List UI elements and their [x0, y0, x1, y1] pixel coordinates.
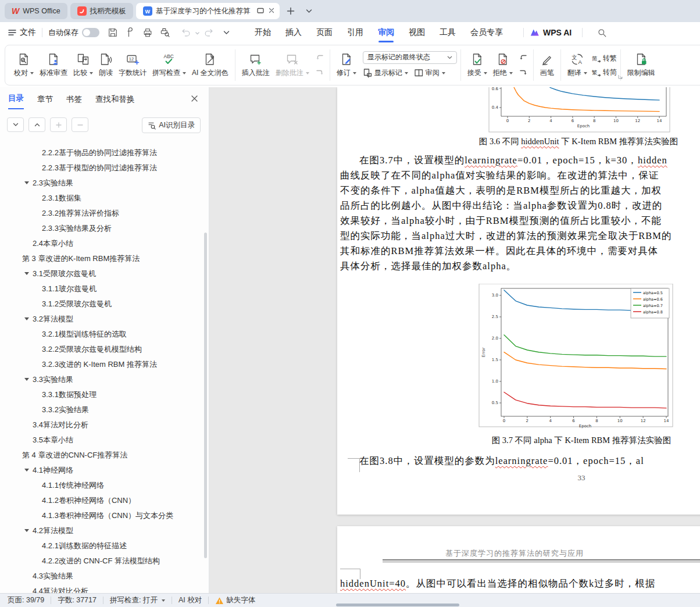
spell-check-button[interactable]: ABC 拼写检查 [149, 51, 189, 79]
toc-collapse-triangle-icon[interactable] [24, 272, 29, 275]
toc-item[interactable]: 4.2.2改进的 CNN-CF 算法模型结构 [0, 554, 203, 569]
status-missing-font[interactable]: 缺失字体 [215, 595, 255, 605]
to-traditional-button[interactable]: 简 转繁 [591, 52, 617, 64]
accept-button[interactable]: 接受 [465, 51, 490, 79]
doc-text-line[interactable]: 在图3.7中，设置模型的learningrate=0.01，epoch=15，k… [340, 153, 700, 168]
insert-comment-button[interactable]: 插入批注 [239, 51, 273, 79]
toc-item[interactable]: 2.3实验结果 [0, 176, 203, 191]
toc-expand-down-button[interactable] [7, 117, 24, 132]
ink-button[interactable]: 画笔 [537, 51, 557, 79]
toc-item[interactable]: 3.2算法模型 [0, 312, 203, 327]
autosave-toggle[interactable] [82, 28, 99, 37]
horizontal-scrollbar[interactable] [336, 604, 459, 606]
next-change-button[interactable] [517, 66, 530, 79]
track-changes-button[interactable]: 修订 [334, 51, 359, 79]
word-count-button[interactable]: 12 字数统计 [116, 51, 149, 79]
quick-toolbar-more-icon[interactable] [219, 25, 234, 40]
review-pane-button[interactable]: 审阅 [414, 67, 445, 80]
toc-item[interactable]: 3.1.2受限玻尔兹曼机 [0, 297, 203, 312]
restrict-editing-button[interactable]: 限制编辑 [624, 51, 658, 79]
body-line[interactable]: 在图3.8中，设置模型的参数为learningrate=0.01，epoch=1… [340, 454, 700, 469]
sidebar-tab-chapters[interactable]: 章节 [37, 94, 53, 109]
toc-item[interactable]: 3.3实验结果 [0, 372, 203, 387]
toc-collapse-triangle-icon[interactable] [24, 469, 29, 472]
toc-collapse-triangle-icon[interactable] [24, 317, 29, 320]
toc-collapse-triangle-icon[interactable] [24, 378, 29, 381]
sidebar-scrollbar[interactable] [204, 233, 207, 558]
toc-item[interactable]: 4.1.2卷积神经网络（CNN） [0, 493, 203, 508]
document-page-34[interactable]: 基于深度学习的推荐算法的研究与应用 hiddenUnit=40。从图中可以看出当… [337, 526, 700, 593]
doc-text-line[interactable]: 具体分析，选择最佳的加权参数alpha。 [340, 259, 700, 274]
sidebar-tab-find-replace[interactable]: 查找和替换 [95, 94, 135, 109]
figure-3-6-caption[interactable]: 图 3.6 不同 hiddenUnit 下 K-Item RBM 推荐算法实验图 [337, 136, 700, 147]
figure-3-7-caption[interactable]: 图 3.7 不同 alpha 下 K-Item RBM 推荐算法实验图 [337, 435, 700, 446]
show-markup-button[interactable]: 显示标记 [363, 67, 408, 80]
toc-item[interactable]: 2.2.3基于模型的协同过滤推荐算法 [0, 160, 203, 176]
toc-item[interactable]: 3.4算法对比分析 [0, 417, 203, 433]
toc-item[interactable]: 4.2算法模型 [0, 523, 203, 538]
status-page-indicator[interactable]: 页面: 39/79 [8, 595, 44, 605]
toc-item[interactable]: 3.1受限玻尔兹曼机 [0, 266, 203, 281]
toc-item[interactable]: 4.2.1训练数据的特征描述 [0, 538, 203, 554]
toc-item[interactable]: 4.3实验结果 [0, 569, 203, 584]
markup-state-dropdown[interactable]: 显示标记的最终状态 [363, 51, 457, 64]
tab-close-icon[interactable] [268, 7, 275, 16]
to-simplified-button[interactable]: 繁 转简 [591, 66, 617, 78]
ai-recognize-toc-button[interactable]: AI识别目录 [142, 117, 201, 133]
toc-item[interactable]: 2.3.3实验结果及分析 [0, 221, 203, 236]
toc-item[interactable]: 第 3 章改进的K-Item RBM推荐算法 [0, 251, 203, 266]
file-menu-button[interactable]: 文件 [8, 27, 36, 38]
toc-item[interactable]: 4.1.1传统神经网络 [0, 478, 203, 493]
doc-text-line[interactable]: 品所占的比例越小。从图中得出结论：当alpha参数设置为0.8时，改进的 [340, 198, 700, 213]
toc-item[interactable]: 3.3.1数据预处理 [0, 387, 203, 402]
tab-docer-templates[interactable]: 找稻壳模板 [70, 3, 134, 19]
doc-text-line[interactable]: 不变的条件下，alpha值越大，表明的是RBM模型所占的比重越大，加权 [340, 183, 700, 198]
save-button[interactable] [105, 25, 120, 40]
toc-item[interactable]: 3.3.2实验结果 [0, 402, 203, 417]
toc-item[interactable]: 3.2.1模型训练特征的选取 [0, 327, 203, 342]
toc-item[interactable]: 3.2.3改进的 K-Item RBM 推荐算法 [0, 357, 203, 372]
menu-item-home[interactable]: 开始 [255, 22, 271, 43]
tab-list-button[interactable] [302, 3, 317, 19]
sidebar-tab-bookmarks[interactable]: 书签 [66, 94, 82, 109]
toc-item[interactable]: 4.4算法对比分析 [0, 584, 203, 593]
float-window-icon[interactable] [256, 6, 265, 16]
tab-document[interactable]: W 基于深度学习的个性化推荐算 [136, 3, 280, 19]
toc-item[interactable]: 3.5本章小结 [0, 433, 203, 448]
export-pdf-button[interactable] [123, 25, 138, 40]
toc-item[interactable]: 4.1.3卷积神经网络（CNN）与文本分类 [0, 508, 203, 523]
doc-text-line[interactable]: 效果较好，当alpha较小时，由于RBM模型预测的值所占比重较小，不能 [340, 213, 700, 228]
standard-review-button[interactable]: 标准审查 [37, 51, 70, 79]
toc-collapse-triangle-icon[interactable] [24, 529, 29, 532]
toc-collapse-up-button[interactable] [28, 117, 45, 132]
dialog-launcher-icon[interactable] [618, 74, 623, 80]
previous-change-button[interactable] [517, 51, 530, 64]
toc-item[interactable]: 第 4 章改进的CNN-CF推荐算法 [0, 448, 203, 463]
menu-item-tools[interactable]: 工具 [440, 22, 456, 43]
status-ai-proofread[interactable]: AI 校对 [178, 595, 202, 605]
status-spell-check[interactable]: 拼写检查: 打开 [110, 595, 165, 605]
new-tab-button[interactable] [283, 3, 298, 19]
proofread-button[interactable]: 校对 [11, 51, 37, 79]
tab-wps-home[interactable]: W WPS Office [5, 3, 67, 19]
ai-polish-button[interactable]: AI 全文润色 [189, 51, 231, 79]
toc-item[interactable]: 2.2.2基于物品的协同过滤推荐算法 [0, 145, 203, 160]
toc-item[interactable]: 2.4本章小结 [0, 236, 203, 251]
menu-item-reference[interactable]: 引用 [347, 22, 363, 43]
menu-item-review[interactable]: 审阅 [378, 22, 394, 43]
toc-collapse-triangle-icon[interactable] [24, 181, 29, 184]
sidebar-close-icon[interactable] [191, 94, 198, 105]
read-aloud-button[interactable]: 朗读 [96, 51, 116, 79]
document-page-33[interactable]: 0.40.602468101214Epoch 图 3.6 不同 hiddenUn… [337, 87, 700, 515]
menu-item-membership[interactable]: 会员专享 [470, 22, 503, 43]
sidebar-tab-contents[interactable]: 目录 [8, 93, 24, 109]
print-preview-button[interactable] [158, 25, 173, 40]
body-line[interactable]: hiddenUnit=40。从图中可以看出当选择的相似物品个数k过多时，根据 [340, 576, 700, 591]
toc-item[interactable]: 2.3.2推荐算法评价指标 [0, 206, 203, 221]
reject-button[interactable]: 拒绝 [490, 51, 516, 79]
search-icon[interactable] [594, 25, 609, 40]
menu-item-view[interactable]: 视图 [409, 22, 425, 43]
toc-item[interactable]: 3.1.1玻尔兹曼机 [0, 281, 203, 297]
menu-item-page[interactable]: 页面 [316, 22, 333, 43]
doc-text-line[interactable]: 曲线反映了在不同的alpha值对实验结果的影响。在改进的算法中，保证 [340, 168, 700, 183]
